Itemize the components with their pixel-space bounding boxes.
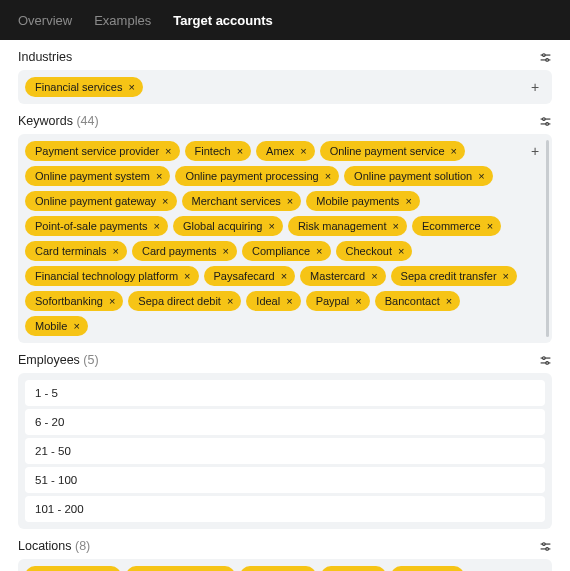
industries-title: Industries xyxy=(18,50,72,64)
keyword-chip: Payment service provider× xyxy=(25,141,180,161)
svg-point-9 xyxy=(542,356,545,359)
remove-chip-icon[interactable]: × xyxy=(223,246,229,257)
adjust-icon[interactable] xyxy=(538,114,552,128)
keyword-chip: Merchant services× xyxy=(182,191,302,211)
employee-range-row[interactable]: 51 - 100 xyxy=(25,467,545,493)
keyword-chip: Bancontact× xyxy=(375,291,460,311)
add-keyword-button[interactable]: + xyxy=(526,142,544,160)
chip-label: Financial technology platform xyxy=(35,270,178,282)
adjust-icon[interactable] xyxy=(538,353,552,367)
industries-box: Financial services× + xyxy=(18,70,552,104)
locations-section: Locations (8) United States×United Kingd… xyxy=(18,539,552,571)
keyword-chip: Global acquiring× xyxy=(173,216,283,236)
keywords-title: Keywords (44) xyxy=(18,114,99,128)
keyword-chip: Checkout× xyxy=(336,241,413,261)
employees-section: Employees (5) 1 - 56 - 2021 - 5051 - 100… xyxy=(18,353,552,529)
keyword-chip: Online payment system× xyxy=(25,166,170,186)
chip-label: Point-of-sale payments xyxy=(35,220,148,232)
remove-chip-icon[interactable]: × xyxy=(281,271,287,282)
remove-chip-icon[interactable]: × xyxy=(371,271,377,282)
svg-point-13 xyxy=(542,542,545,545)
svg-point-3 xyxy=(545,58,548,61)
remove-chip-icon[interactable]: × xyxy=(398,246,404,257)
keyword-chip: Card terminals× xyxy=(25,241,127,261)
add-location-button[interactable]: + xyxy=(526,567,544,571)
add-industry-button[interactable]: + xyxy=(526,78,544,96)
adjust-icon[interactable] xyxy=(538,50,552,64)
keyword-chip: Financial technology platform× xyxy=(25,266,199,286)
tab-target-accounts[interactable]: Target accounts xyxy=(173,13,272,28)
remove-chip-icon[interactable]: × xyxy=(503,271,509,282)
tab-examples[interactable]: Examples xyxy=(94,13,151,28)
keyword-chip: Risk management× xyxy=(288,216,407,236)
remove-chip-icon[interactable]: × xyxy=(393,221,399,232)
chip-label: Mastercard xyxy=(310,270,365,282)
remove-chip-icon[interactable]: × xyxy=(154,221,160,232)
employee-range-row[interactable]: 1 - 5 xyxy=(25,380,545,406)
remove-chip-icon[interactable]: × xyxy=(355,296,361,307)
chip-label: Mobile payments xyxy=(316,195,399,207)
chip-label: Online payment gateway xyxy=(35,195,156,207)
remove-chip-icon[interactable]: × xyxy=(316,246,322,257)
chip-label: Paysafecard xyxy=(214,270,275,282)
remove-chip-icon[interactable]: × xyxy=(128,82,134,93)
chip-label: Risk management xyxy=(298,220,387,232)
remove-chip-icon[interactable]: × xyxy=(184,271,190,282)
remove-chip-icon[interactable]: × xyxy=(451,146,457,157)
location-chip: Germany× xyxy=(240,566,316,571)
chip-label: Global acquiring xyxy=(183,220,263,232)
employees-title: Employees (5) xyxy=(18,353,99,367)
remove-chip-icon[interactable]: × xyxy=(162,196,168,207)
keyword-chip: Online payment gateway× xyxy=(25,191,177,211)
chip-label: Payment service provider xyxy=(35,145,159,157)
chip-label: Paypal xyxy=(316,295,350,307)
remove-chip-icon[interactable]: × xyxy=(156,171,162,182)
location-chip: United Kingdom× xyxy=(126,566,235,571)
remove-chip-icon[interactable]: × xyxy=(478,171,484,182)
keyword-chip: Mobile× xyxy=(25,316,88,336)
remove-chip-icon[interactable]: × xyxy=(165,146,171,157)
location-chip: United States× xyxy=(25,566,121,571)
tab-overview[interactable]: Overview xyxy=(18,13,72,28)
locations-title: Locations (8) xyxy=(18,539,90,553)
employee-range-row[interactable]: 21 - 50 xyxy=(25,438,545,464)
chip-label: Online payment system xyxy=(35,170,150,182)
keyword-chip: Point-of-sale payments× xyxy=(25,216,168,236)
keyword-chip: Compliance× xyxy=(242,241,331,261)
svg-point-7 xyxy=(545,122,548,125)
remove-chip-icon[interactable]: × xyxy=(286,296,292,307)
keyword-chip: Sepa credit transfer× xyxy=(391,266,517,286)
remove-chip-icon[interactable]: × xyxy=(300,146,306,157)
keyword-chip: Ecommerce× xyxy=(412,216,501,236)
chip-label: Mobile xyxy=(35,320,67,332)
keyword-chip: Sofortbanking× xyxy=(25,291,123,311)
remove-chip-icon[interactable]: × xyxy=(113,246,119,257)
employees-box: 1 - 56 - 2021 - 5051 - 100101 - 200 xyxy=(18,373,552,529)
remove-chip-icon[interactable]: × xyxy=(109,296,115,307)
keyword-chip: Mastercard× xyxy=(300,266,385,286)
industries-section: Industries Financial services× + xyxy=(18,50,552,104)
remove-chip-icon[interactable]: × xyxy=(268,221,274,232)
chip-label: Sepa credit transfer xyxy=(401,270,497,282)
scrollbar[interactable] xyxy=(546,140,549,337)
remove-chip-icon[interactable]: × xyxy=(227,296,233,307)
keyword-chip: Paysafecard× xyxy=(204,266,296,286)
remove-chip-icon[interactable]: × xyxy=(325,171,331,182)
remove-chip-icon[interactable]: × xyxy=(446,296,452,307)
remove-chip-icon[interactable]: × xyxy=(237,146,243,157)
adjust-icon[interactable] xyxy=(538,539,552,553)
svg-point-15 xyxy=(545,547,548,550)
keyword-chip: Sepa direct debit× xyxy=(128,291,241,311)
employee-range-row[interactable]: 101 - 200 xyxy=(25,496,545,522)
chip-label: Card payments xyxy=(142,245,217,257)
top-tabs: OverviewExamplesTarget accounts xyxy=(0,0,570,40)
keyword-chip: Ideal× xyxy=(246,291,300,311)
remove-chip-icon[interactable]: × xyxy=(487,221,493,232)
chip-label: Online payment processing xyxy=(185,170,318,182)
employee-range-row[interactable]: 6 - 20 xyxy=(25,409,545,435)
remove-chip-icon[interactable]: × xyxy=(287,196,293,207)
remove-chip-icon[interactable]: × xyxy=(73,321,79,332)
remove-chip-icon[interactable]: × xyxy=(405,196,411,207)
keywords-section: Keywords (44) Payment service provider×F… xyxy=(18,114,552,343)
location-chip: Australia× xyxy=(391,566,464,571)
